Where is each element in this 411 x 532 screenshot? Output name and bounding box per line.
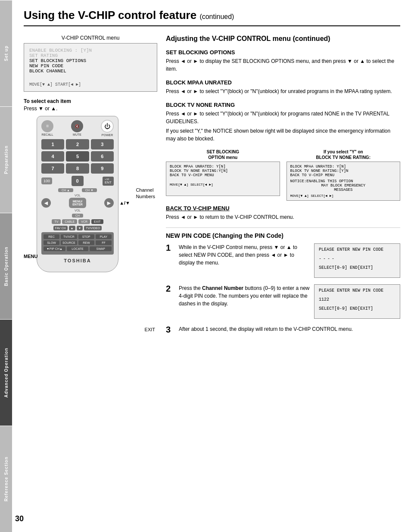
number-grid: 1 2 3 4 5 6 7 8 9: [41, 139, 114, 174]
exit-button[interactable]: EXIT: [91, 219, 103, 224]
cable-button[interactable]: CABLE: [62, 219, 77, 224]
right-arrow-button[interactable]: ►: [104, 198, 114, 208]
numbered-steps: 1 While in the V-CHIP Control menu, pres…: [166, 243, 400, 334]
remote-top-row: ☰ RECALL 🔇 MUTE ⏻ POWER: [41, 120, 114, 137]
block-tv-none-text1: Press ◄ or ► to select "Y"(block) or "N"…: [166, 110, 400, 125]
recall-button[interactable]: ☰: [41, 120, 53, 132]
ch-down-button[interactable]: CH ▼: [82, 188, 97, 192]
remote-control: ☰ RECALL 🔇 MUTE ⏻ POWER: [37, 116, 118, 272]
fav-up-button[interactable]: ▲: [69, 226, 75, 230]
tv-button[interactable]: TV: [52, 219, 61, 224]
num-100-button[interactable]: 100: [41, 177, 52, 184]
side-tab-advanced[interactable]: Advanced Operation: [0, 319, 12, 426]
side-tab-basic[interactable]: Basic Operation: [0, 213, 12, 319]
block-mpaa-text: Press ◄ or ► to select "Y"(block) or "N"…: [166, 87, 400, 95]
num-5-button[interactable]: 5: [66, 151, 89, 162]
num-8-button[interactable]: 8: [66, 163, 89, 174]
step-3: 3 After about 1 second, the display will…: [166, 325, 400, 334]
right-column: Adjusting the V-CHIP CONTROL menu (conti…: [166, 35, 400, 334]
screen-boxes-row: SET BLOCKINGOPTION menu BLOCK MPAA UNRAT…: [166, 149, 400, 201]
menu-enter-button[interactable]: MENU/ ENTER: [69, 198, 86, 208]
set-blocking-screen-label: SET BLOCKINGOPTION menu: [166, 149, 280, 160]
back-to-vchip-subsection: BACK TO V-CHIP MENU Press ◄ or ► to retu…: [166, 205, 400, 221]
tvcvr-button[interactable]: TV/VCR: [61, 234, 77, 239]
input-select-row: TV CABLE VCR EXIT: [41, 219, 114, 224]
vchip-menu-label: V-CHIP CONTROL menu: [24, 35, 157, 41]
power-button[interactable]: ⏻: [101, 120, 114, 133]
vcr-button[interactable]: VCR: [78, 219, 90, 224]
side-tab-preparation[interactable]: Preparation: [0, 106, 12, 213]
block-mpaa-subsection: BLOCK MPAA UNRATED Press ◄ or ► to selec…: [166, 79, 400, 95]
ch-row-top: CH ▲ CH ▼: [41, 188, 114, 192]
step-1: 1 While in the V-CHIP Control menu, pres…: [166, 243, 400, 278]
num-1-button[interactable]: 1: [41, 139, 64, 149]
av-callout-label: ▲/▼: [119, 200, 130, 205]
channel-numbers-callout: ChannelNumbers: [136, 187, 155, 200]
ch-up-button[interactable]: CH ▲: [58, 188, 73, 192]
left-column: V-CHIP CONTROL menu ENABLE BLOCKING : [Y…: [24, 35, 157, 334]
block-tv-none-text2: If you select "Y," the NOTICE shown belo…: [166, 127, 400, 143]
num-0-button[interactable]: 0: [72, 176, 84, 186]
back-to-vchip-title: BACK TO V-CHIP MENU: [166, 205, 400, 212]
ch-nav-button[interactable]: CH: [72, 214, 83, 218]
ch-row-bottom: CH: [41, 214, 114, 218]
block-tv-none-subsection: BLOCK TV NONE RATING Press ◄ or ► to sel…: [166, 102, 400, 143]
toshiba-logo: TOSHIBA: [41, 258, 114, 263]
stop-button[interactable]: STOP: [78, 234, 94, 239]
ent-button[interactable]: +10 ENT: [103, 177, 114, 186]
slow-button[interactable]: SLOW: [44, 240, 59, 245]
fav-down-button[interactable]: ▼: [77, 226, 83, 230]
main-content: Using the V-CHIP control feature (contin…: [13, 0, 411, 347]
new-pin-title: NEW PIN CODE (Changing the PIN Code): [166, 227, 400, 239]
step-1-screen: PLEASE ENTER NEW PIN CODE ---- SELECT[0-…: [314, 243, 400, 278]
page-header: Using the V-CHIP control feature (contin…: [24, 9, 400, 26]
remote-container: MENU ☰ RECALL 🔇: [24, 116, 157, 272]
nav-area: ◄ VOL MENU/ ENTER VOL ►: [41, 194, 114, 212]
num-9-button[interactable]: 9: [91, 163, 114, 174]
block-tv-none-screen-label: If you select "Y" onBLOCK TV NONE RATING…: [286, 149, 401, 160]
block-tv-none-screen: BLOCK MPAA UNRATED: Y[N] BLOCK TV NONE R…: [286, 162, 401, 201]
tv-video-button[interactable]: TV/VIDEO: [84, 226, 102, 230]
block-tv-none-screen-container: If you select "Y" onBLOCK TV NONE RATING…: [286, 149, 401, 201]
page-title: Using the V-CHIP control feature (contin…: [24, 9, 234, 22]
num-6-button[interactable]: 6: [91, 151, 114, 162]
step-2-screen: PLEASE ENTER NEW PIN CODE 1122 SELECT[0-…: [314, 284, 400, 319]
section-title: Adjusting the V-CHIP CONTROL menu (conti…: [166, 35, 400, 43]
num-7-button[interactable]: 7: [41, 163, 64, 174]
step-1-text: While in the V-CHIP Control menu, press …: [179, 243, 310, 267]
new-pin-section: NEW PIN CODE (Changing the PIN Code) 1 W…: [166, 227, 400, 334]
num-4-button[interactable]: 4: [41, 151, 64, 162]
select-item-text: Press ▼ or ▲.: [24, 106, 157, 112]
play-button[interactable]: PLAY: [96, 234, 112, 239]
block-mpaa-title: BLOCK MPAA UNRATED: [166, 79, 400, 86]
set-blocking-screen-container: SET BLOCKINGOPTION menu BLOCK MPAA UNRAT…: [166, 149, 280, 201]
menu-callout-label: MENU: [24, 254, 37, 259]
left-arrow-button[interactable]: ◄: [41, 198, 51, 208]
rew-button[interactable]: REW: [78, 240, 94, 245]
pip-ch-up-button[interactable]: ▼PIP CH▲: [44, 246, 65, 251]
fav-ch-button[interactable]: FAV CH: [53, 226, 68, 230]
swap-button[interactable]: SWAP: [90, 246, 112, 251]
ff-button[interactable]: FF: [96, 240, 112, 245]
num-2-button[interactable]: 2: [66, 139, 89, 149]
fav-row: FAV CH ▲ ▼ TV/VIDEO: [41, 226, 114, 230]
step-2-number: 2: [166, 284, 174, 293]
page-number: 30: [15, 514, 24, 523]
set-blocking-subsection: SET BLOCKING OPTIONS Press ◄ or ► to dis…: [166, 49, 400, 73]
select-item-title: To select each item: [24, 98, 157, 104]
step-3-number: 3: [166, 325, 174, 334]
mute-button[interactable]: 🔇: [71, 120, 83, 132]
step-1-number: 1: [166, 243, 174, 252]
special-row: 100 0 +10 ENT: [41, 176, 114, 186]
step-2-text: Press the Channel Number buttons (0–9) t…: [179, 284, 310, 308]
rec-button[interactable]: REC: [44, 234, 59, 239]
set-blocking-text: Press ◄ or ► to display the SET BLOCKING…: [166, 57, 400, 73]
exit-callout-label: EXIT: [145, 327, 155, 332]
side-tab-setup[interactable]: Set up: [0, 0, 12, 106]
block-tv-none-title: BLOCK TV NONE RATING: [166, 102, 400, 108]
back-to-vchip-text: Press ◄ or ► to return to the V-CHIP CON…: [166, 213, 400, 221]
locate-button[interactable]: LOCATE: [67, 246, 89, 251]
source-button[interactable]: SOURCE: [61, 240, 77, 245]
side-tab-reference[interactable]: Reference Section: [0, 426, 12, 532]
num-3-button[interactable]: 3: [91, 139, 114, 149]
